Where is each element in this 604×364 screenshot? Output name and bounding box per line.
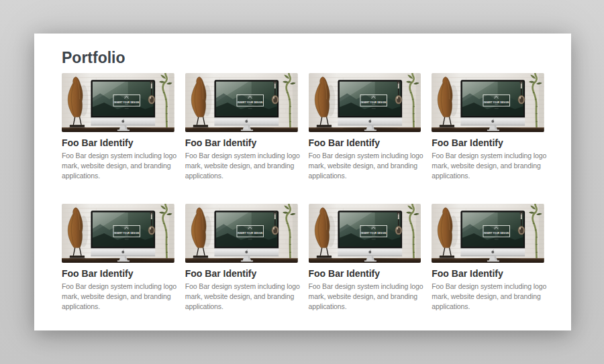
description-line: applications. [432,302,544,312]
imac-mockup-image [62,204,174,263]
portfolio-item-title[interactable]: Foo Bar Identify [432,268,544,280]
portfolio-thumbnail-link[interactable] [432,204,544,263]
description-line: Foo Bar design system including logo [309,282,421,292]
description-line: mark, website design, and branding [62,161,174,171]
description-line: mark, website design, and branding [62,292,174,302]
imac-mockup-image [62,73,174,132]
imac-mockup-image [185,73,298,132]
portfolio-item: Foo Bar Identify Foo Bar design system i… [62,73,174,181]
portfolio-thumbnail-link[interactable] [185,204,298,263]
portfolio-item-description: Foo Bar design system including logomark… [432,282,544,312]
description-line: mark, website design, and branding [185,161,298,171]
portfolio-item-title[interactable]: Foo Bar Identify [432,137,544,149]
portfolio-item-title[interactable]: Foo Bar Identify [62,137,174,149]
portfolio-thumbnail-link[interactable] [185,73,298,132]
description-line: applications. [62,171,174,181]
portfolio-item-description: Foo Bar design system including logomark… [185,151,298,181]
imac-mockup-image [432,204,544,263]
portfolio-item: Foo Bar Identify Foo Bar design system i… [309,73,421,181]
description-line: Foo Bar design system including logo [185,151,298,161]
portfolio-item-description: Foo Bar design system including logomark… [62,151,174,181]
portfolio-thumbnail-link[interactable] [432,73,544,132]
description-line: Foo Bar design system including logo [185,282,298,292]
imac-mockup-image [309,73,421,132]
portfolio-item: Foo Bar Identify Foo Bar design system i… [432,204,544,312]
description-line: applications. [309,171,421,181]
portfolio-item: Foo Bar Identify Foo Bar design system i… [185,73,298,181]
portfolio-item: Foo Bar Identify Foo Bar design system i… [432,73,544,181]
imac-mockup-image [432,73,544,132]
portfolio-item-title[interactable]: Foo Bar Identify [309,137,421,149]
description-line: mark, website design, and branding [309,292,421,302]
portfolio-item-description: Foo Bar design system including logomark… [309,282,421,312]
portfolio-thumbnail-link[interactable] [62,204,174,263]
portfolio-thumbnail-link[interactable] [62,73,174,132]
page-title: Portfolio [62,48,544,67]
description-line: Foo Bar design system including logo [62,151,174,161]
portfolio-item-title[interactable]: Foo Bar Identify [185,268,298,280]
portfolio-item: Foo Bar Identify Foo Bar design system i… [185,204,298,312]
portfolio-item: Foo Bar Identify Foo Bar design system i… [309,204,421,312]
portfolio-page: Portfolio Foo Bar Identify Foo Bar desig… [34,34,571,330]
portfolio-item-description: Foo Bar design system including logomark… [62,282,174,312]
description-line: applications. [62,302,174,312]
portfolio-item-title[interactable]: Foo Bar Identify [62,268,174,280]
description-line: Foo Bar design system including logo [432,151,544,161]
imac-mockup-image [185,204,298,263]
description-line: Foo Bar design system including logo [432,282,544,292]
portfolio-item-title[interactable]: Foo Bar Identify [185,137,298,149]
portfolio-item: Foo Bar Identify Foo Bar design system i… [62,204,174,312]
portfolio-item-description: Foo Bar design system including logomark… [432,151,544,181]
description-line: Foo Bar design system including logo [62,282,174,292]
portfolio-item-description: Foo Bar design system including logomark… [185,282,298,312]
description-line: mark, website design, and branding [432,292,544,302]
portfolio-grid: Foo Bar Identify Foo Bar design system i… [62,73,544,312]
description-line: applications. [185,171,298,181]
portfolio-item-title[interactable]: Foo Bar Identify [309,268,421,280]
description-line: mark, website design, and branding [309,161,421,171]
description-line: mark, website design, and branding [185,292,298,302]
description-line: Foo Bar design system including logo [309,151,421,161]
imac-mockup-image [309,204,421,263]
description-line: applications. [309,302,421,312]
portfolio-item-description: Foo Bar design system including logomark… [309,151,421,181]
description-line: applications. [432,171,544,181]
portfolio-thumbnail-link[interactable] [309,73,421,132]
description-line: applications. [185,302,298,312]
portfolio-thumbnail-link[interactable] [309,204,421,263]
description-line: mark, website design, and branding [432,161,544,171]
